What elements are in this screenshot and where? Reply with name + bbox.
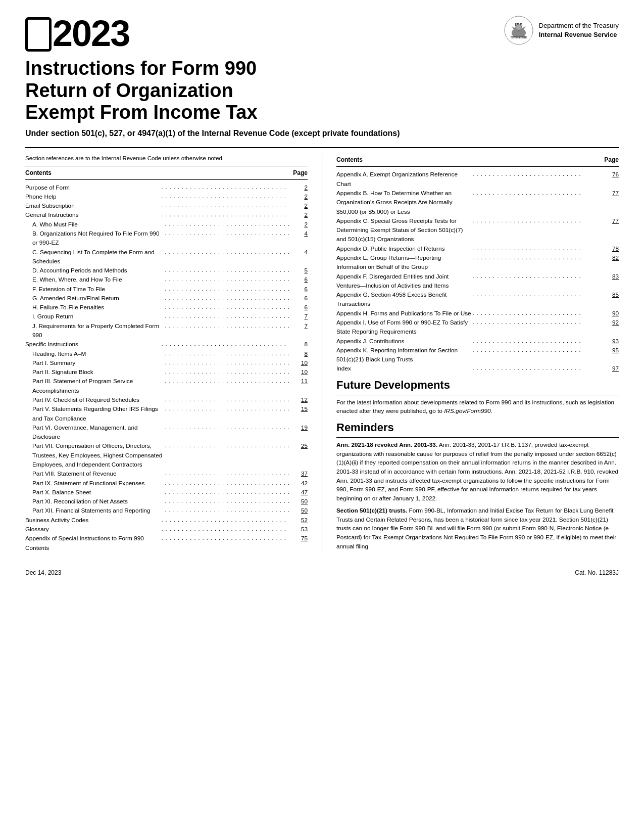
toc-item-page: 7 [298,321,308,340]
toc-item-page: 2 [298,192,308,201]
toc-item-label: I. Group Return [32,312,164,321]
toc-item-label: Index [336,364,472,373]
toc-item-label: D. Accounting Periods and Methods [32,266,164,275]
toc-item: Appendix G. Section 4958 Excess Benefit … [336,290,619,309]
toc-item: Appendix of Special Instructions to Form… [25,534,308,552]
toc-item-label: Appendix E. Group Returns—Reporting Info… [336,253,472,272]
toc-item-page: 4 [298,229,308,248]
irs-eagle-icon: IRS DEPARTMENT OF THE TREASURY [504,15,534,45]
toc-item-label: Part XII. Financial Statements and Repor… [32,506,164,515]
title-line3: Exempt From Income Tax [25,102,258,123]
toc-item-dots: . . . . . . . . . . . . . . . . . . . . … [164,321,298,340]
toc-item: Part II. Signature Block . . . . . . . .… [25,367,308,377]
toc-item-label: Part V. Statements Regarding Other IRS F… [32,404,164,423]
toc-item: Part X. Balance Sheet . . . . . . . . . … [25,488,308,497]
toc-item-dots: . . . . . . . . . . . . . . . . . . . . … [161,516,298,525]
toc-item-label: Appendix D. Public Inspection of Returns [336,244,472,253]
toc-item-label: Appendix I. Use of Form 990 or 990-EZ To… [336,318,472,337]
toc-item-label: Appendix of Special Instructions to Form… [25,534,161,552]
toc-item: Business Activity Codes . . . . . . . . … [25,516,308,525]
reminders-p1-text: Ann. 2001-33, 2001-17 I.R.B. 1137, provi… [336,441,618,502]
toc-item-dots: . . . . . . . . . . . . . . . . . . . . … [164,506,298,515]
right-toc-page-header: Page [604,156,619,163]
toc-item-dots: . . . . . . . . . . . . . . . . . . . . … [164,248,298,266]
toc-label-header: Contents [25,169,52,176]
toc-item: A. Who Must File . . . . . . . . . . . .… [25,220,308,229]
toc-item-label: Purpose of Form [25,183,161,192]
toc-item: Index . . . . . . . . . . . . . . . . . … [336,364,619,373]
toc-item-page: 50 [298,497,308,506]
page-header: 2023 IRS DEPARTMENT OF THE TREASURY Depa… [25,15,619,54]
toc-item: Appendix K. Reporting Information for Se… [336,346,619,364]
toc-item-dots: . . . . . . . . . . . . . . . . . . . . … [472,272,609,291]
toc-item-page: 78 [609,244,619,253]
toc-item-page: 5 [298,266,308,275]
toc-header-left: Contents Page [25,169,308,176]
toc-item: Appendix C. Special Gross Receipts Tests… [336,216,619,244]
toc-item-page: 6 [298,294,308,303]
toc-item-label: F. Extension of Time To File [32,285,164,294]
column-divider [322,154,322,554]
toc-item: C. Sequencing List To Complete the Form … [25,248,308,266]
toc-item-dots: . . . . . . . . . . . . . . . . . . . . … [164,497,298,506]
toc-item-page: 97 [609,364,619,373]
toc-item-page: 77 [609,189,619,216]
title-line1: Instructions for Form 990 [25,58,257,79]
right-toc-list: Appendix A. Exempt Organizations Referen… [336,170,619,373]
toc-item-page: 53 [298,525,308,534]
toc-item: E. When, Where, and How To File . . . . … [25,275,308,284]
toc-item-page: 8 [298,340,308,349]
toc-item-dots: . . . . . . . . . . . . . . . . . . . . … [164,220,298,229]
toc-item: Appendix D. Public Inspection of Returns… [336,244,619,253]
toc-item-label: Appendix C. Special Gross Receipts Tests… [336,216,472,244]
toc-item-dots: . . . . . . . . . . . . . . . . . . . . … [472,189,609,216]
toc-item-page: 7 [298,312,308,321]
svg-point-6 [516,25,521,30]
toc-item-label: H. Failure-To-File Penalties [32,303,164,312]
toc-item-page: 83 [609,272,619,291]
page-footer: Dec 14, 2023 Cat. No. 11283J [25,569,619,576]
year-display: 2023 [25,15,129,54]
toc-item-label: Phone Help [25,192,161,201]
irs-logo-area: IRS DEPARTMENT OF THE TREASURY Departmen… [504,15,619,45]
toc-item-dots: . . . . . . . . . . . . . . . . . . . . … [164,285,298,294]
toc-item-dots: . . . . . . . . . . . . . . . . . . . . … [472,253,609,272]
toc-item-dots: . . . . . . . . . . . . . . . . . . . . … [164,441,298,469]
toc-item-label: Part III. Statement of Program Service A… [32,377,164,395]
title-line2: Return of Organization [25,80,233,101]
toc-item-dots: . . . . . . . . . . . . . . . . . . . . … [164,266,298,275]
toc-item-dots: . . . . . . . . . . . . . . . . . . . . … [164,349,298,358]
toc-item-dots: . . . . . . . . . . . . . . . . . . . . … [164,367,298,377]
future-dev-text: For the latest information about develop… [336,398,619,416]
toc-item: Appendix A. Exempt Organizations Referen… [336,170,619,189]
toc-item: Part XI. Reconciliation of Net Assets . … [25,497,308,506]
toc-item-page: 6 [298,285,308,294]
form-title: Instructions for Form 990 Return of Orga… [25,58,619,124]
svg-text:DEPARTMENT OF THE TREASURY: DEPARTMENT OF THE TREASURY [504,36,534,39]
toc-item: Email Subscription . . . . . . . . . . .… [25,201,308,210]
toc-item-label: Part X. Balance Sheet [32,488,164,497]
toc-item-page: 2 [298,201,308,210]
toc-item: D. Accounting Periods and Methods . . . … [25,266,308,275]
toc-item-label: Appendix J. Contributions [336,337,472,346]
toc-item-label: Part XI. Reconciliation of Net Assets [32,497,164,506]
toc-item: Appendix B. How To Determine Whether an … [336,189,619,216]
toc-item-label: Business Activity Codes [25,516,161,525]
toc-item-page: 2 [298,183,308,192]
future-dev-divider [336,395,619,395]
toc-item-dots: . . . . . . . . . . . . . . . . . . . . … [164,377,298,395]
dept-name: Department of the Treasury [539,21,619,30]
toc-item: H. Failure-To-File Penalties . . . . . .… [25,303,308,312]
reminders-paragraph1: Ann. 2021-18 revoked Ann. 2001-33. Ann. … [336,441,619,503]
toc-item: Part VIII. Statement of Revenue . . . . … [25,469,308,478]
toc-item-label: Appendix K. Reporting Information for Se… [336,346,472,364]
future-dev-title: Future Developments [336,379,619,392]
toc-item-label: General Instructions [25,210,161,219]
reminders-divider [336,437,619,438]
toc-item-page: 42 [298,479,308,488]
toc-item-label: Email Subscription [25,201,161,210]
irs-name: Internal Revenue Service [539,30,619,39]
toc-item: Part XII. Financial Statements and Repor… [25,506,308,515]
toc-item-page: 25 [298,441,308,469]
toc-item: Appendix E. Group Returns—Reporting Info… [336,253,619,272]
